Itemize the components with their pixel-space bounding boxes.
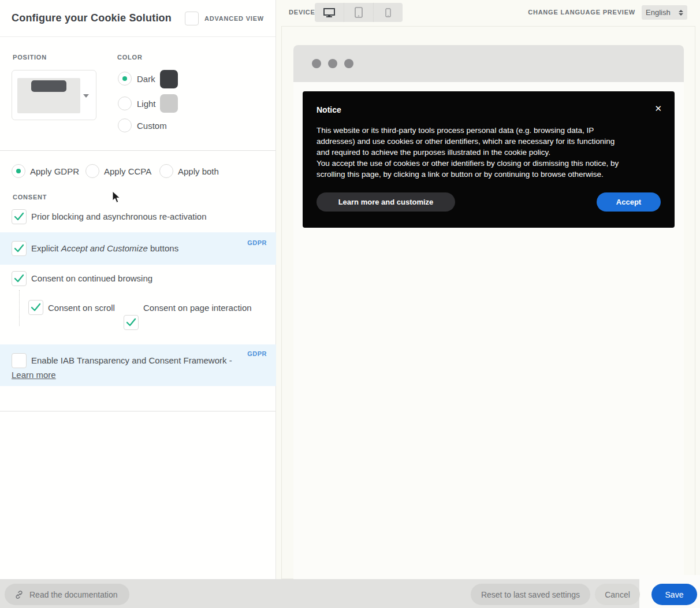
cookie-notice-banner: Notice ✕ This website or its third-party…	[303, 91, 675, 228]
read-documentation-button[interactable]: Read the documentation	[5, 584, 129, 605]
radio-apply-gdpr[interactable]	[12, 164, 25, 178]
learn-more-and-customize-button[interactable]: Learn more and customize	[317, 192, 455, 212]
radio-apply-both[interactable]	[159, 164, 173, 178]
regulation-option-ccpa[interactable]: Apply CCPA	[85, 164, 151, 178]
tree-connector	[19, 290, 20, 326]
iab-label: Enable IAB Transparency and Consent Fram…	[31, 355, 232, 365]
save-button[interactable]: Save	[651, 584, 697, 605]
apply-ccpa-label: Apply CCPA	[104, 166, 151, 176]
position-banner-top-indicator	[31, 80, 66, 92]
change-language-label: CHANGE LANGUAGE PREVIEW	[528, 9, 635, 16]
explicit-buttons-label: Explicit Accept and Customize buttons	[31, 243, 178, 253]
window-dot-icon	[344, 59, 353, 68]
position-preview-thumbnail	[17, 78, 80, 113]
device-tablet-button[interactable]	[344, 3, 373, 22]
tablet-icon	[355, 7, 363, 18]
color-custom-label: Custom	[137, 121, 167, 131]
consent-row-explicit-buttons[interactable]: GDPR Explicit Accept and Customize butto…	[0, 232, 276, 265]
consent-on-page-interaction-checkbox[interactable]	[124, 315, 139, 330]
chevron-down-icon	[83, 94, 89, 98]
consent-row-continued-browsing[interactable]: Consent on continued browsing	[0, 266, 276, 291]
radio-custom[interactable]	[118, 118, 132, 132]
notice-body-line: and required to achieve the purposes ill…	[317, 147, 661, 158]
advanced-view-checkbox[interactable]	[185, 12, 199, 25]
apply-gdpr-label: Apply GDPR	[30, 166, 79, 176]
divider	[0, 150, 275, 151]
color-option-light[interactable]: Light	[118, 97, 156, 110]
apply-both-label: Apply both	[178, 166, 219, 176]
continued-browsing-label: Consent on continued browsing	[31, 273, 152, 283]
gdpr-badge: GDPR	[247, 239, 267, 246]
position-dropdown[interactable]	[12, 70, 96, 120]
notice-body-line: You accept the use of cookies or other i…	[317, 158, 661, 169]
browser-titlebar	[293, 45, 684, 82]
close-icon[interactable]: ✕	[654, 103, 662, 114]
prior-blocking-label: Prior blocking and asynchronous re-activ…	[31, 212, 207, 221]
link-icon	[14, 590, 24, 600]
notice-title: Notice	[317, 105, 341, 114]
iab-checkbox[interactable]	[12, 353, 27, 368]
check-icon	[126, 318, 136, 327]
check-icon	[14, 244, 24, 253]
continued-browsing-checkbox[interactable]	[12, 271, 27, 286]
mouse-cursor-icon	[112, 191, 121, 203]
window-dot-icon	[328, 59, 337, 68]
advanced-view-label: ADVANCED VIEW	[204, 15, 264, 22]
device-desktop-button[interactable]	[315, 3, 344, 22]
color-option-custom[interactable]: Custom	[118, 118, 167, 132]
gdpr-badge: GDPR	[247, 350, 267, 357]
cancel-button[interactable]: Cancel	[595, 584, 640, 605]
consent-row-iab[interactable]: GDPR Enable IAB Transparency and Consent…	[0, 344, 276, 386]
device-phone-button[interactable]	[373, 3, 403, 22]
language-select-value: English	[646, 8, 679, 17]
radio-dark[interactable]	[118, 72, 132, 86]
select-arrows-icon	[679, 10, 683, 16]
regulation-option-gdpr[interactable]: Apply GDPR	[12, 164, 79, 178]
color-light-label: Light	[137, 99, 156, 109]
page-title: Configure your Cookie Solution	[12, 12, 185, 24]
phone-icon	[385, 8, 391, 17]
check-icon	[14, 212, 24, 221]
notice-body-line: scrolling this page, by clicking a link …	[317, 169, 661, 180]
footer-bar: Read the documentation Reset to last sav…	[0, 579, 700, 608]
notice-body-line: This website or its third-party tools pr…	[317, 125, 661, 136]
radio-apply-ccpa[interactable]	[85, 164, 99, 178]
config-panel: Configure your Cookie Solution ADVANCED …	[0, 0, 276, 579]
check-icon	[14, 274, 24, 283]
color-section-label: COLOR	[117, 54, 143, 61]
consent-row-prior-blocking[interactable]: Prior blocking and asynchronous re-activ…	[0, 203, 276, 230]
radio-light[interactable]	[118, 97, 132, 110]
light-color-swatch	[160, 94, 178, 113]
preview-panel: DEVICE CHANGE LANGUAGE PREVIEW English	[276, 0, 700, 579]
consent-on-scroll-label: Consent on scroll	[48, 303, 115, 313]
reset-button[interactable]: Reset to last saved settings	[471, 584, 590, 605]
consent-on-page-interaction-label: Consent on page interaction	[143, 303, 252, 313]
notice-body: This website or its third-party tools pr…	[317, 125, 661, 180]
consent-on-scroll-checkbox[interactable]	[28, 300, 43, 315]
consent-subrow: Consent on scroll Consent on page intera…	[0, 290, 276, 328]
position-section-label: POSITION	[13, 54, 47, 61]
color-option-dark[interactable]: Dark	[118, 72, 155, 86]
prior-blocking-checkbox[interactable]	[12, 209, 27, 224]
color-dark-label: Dark	[137, 74, 155, 84]
monitor-icon	[323, 8, 336, 18]
panel-header: Configure your Cookie Solution ADVANCED …	[0, 0, 275, 37]
device-switcher	[315, 3, 403, 22]
accept-button[interactable]: Accept	[597, 192, 661, 212]
regulation-option-both[interactable]: Apply both	[159, 164, 219, 178]
dark-color-swatch	[160, 70, 178, 88]
explicit-buttons-checkbox[interactable]	[12, 241, 27, 256]
divider	[0, 411, 275, 411]
device-label: DEVICE	[289, 9, 315, 16]
iab-learn-more-link[interactable]: Learn more	[12, 370, 56, 380]
window-dot-icon	[312, 59, 321, 68]
consent-section-label: CONSENT	[13, 194, 47, 201]
check-icon	[31, 303, 41, 312]
read-documentation-label: Read the documentation	[29, 590, 118, 599]
notice-body-line: addresses) and use cookies or other iden…	[317, 136, 661, 147]
language-select[interactable]: English	[642, 5, 687, 20]
